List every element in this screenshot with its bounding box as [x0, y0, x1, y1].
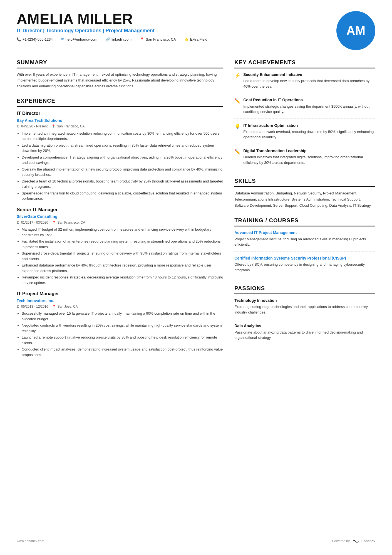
resume-page: AMELIA MILLER IT Director | Technology O… [0, 0, 392, 555]
skills-text: Database Administration, Budgeting, Netw… [234, 190, 375, 209]
list-item: Negotiated contracts with vendors result… [22, 323, 223, 334]
training-2-title: Certified Information Systems Security P… [234, 255, 375, 261]
job-1-bullets: Implemented an integrated network soluti… [17, 131, 223, 201]
job-2-company: SilverGate Consulting [17, 214, 223, 219]
job-2-title: Senior IT Manager [17, 206, 223, 213]
list-item: Supervised cross-departmental IT project… [22, 251, 223, 262]
passion-2-title: Data Analytics [234, 323, 375, 329]
job-3-company: Tech Innovators Inc. [17, 298, 223, 304]
achievement-1-text: Led a team to develop new security proto… [243, 78, 375, 89]
phone-text: +1-(234)-555-1234 [23, 37, 53, 42]
passion-2: Data Analytics Passionate about analyzin… [234, 323, 375, 344]
main-content: SUMMARY With over 8 years of experience … [17, 58, 375, 528]
left-column: SUMMARY With over 8 years of experience … [17, 58, 223, 528]
list-item: Developed a comprehensive IT strategy al… [22, 155, 223, 166]
training-2: Certified Information Systems Security P… [234, 255, 375, 277]
passion-2-text: Passionate about analyzing data patterns… [234, 330, 375, 341]
job-3-meta: 🗓 05/2013 - 12/2016 📍 San Jose, CA [17, 304, 223, 309]
job-2-period: 🗓 01/2017 - 03/2020 [17, 220, 48, 225]
job-2: Senior IT Manager SilverGate Consulting … [17, 206, 223, 285]
achievement-4-icon: ✏️ [234, 148, 240, 165]
candidate-title: IT Director | Technology Operations | Pr… [17, 27, 328, 34]
experience-title: EXPERIENCE [17, 97, 223, 107]
list-item: Spearheaded the transition to cloud comp… [22, 191, 223, 201]
achievement-3-text: Executed a network overhaul, reducing do… [243, 129, 375, 140]
training-1-title: Advanced IT Project Management [234, 230, 375, 235]
achievements-section: KEY ACHIEVEMENTS ⚡ Security Enhancement … [234, 58, 375, 169]
calendar-icon: 🗓 [17, 220, 20, 225]
footer-website: www.enhancv.com [17, 539, 44, 544]
achievement-2-text: Implemented strategic changes saving the… [243, 104, 375, 115]
job-1: IT Director Bay Area Tech Solutions 🗓 04… [17, 110, 223, 201]
summary-title: SUMMARY [17, 58, 223, 68]
location-pin-icon: 📍 [52, 220, 56, 225]
passion-1-text: Exploring cutting-edge technologies and … [234, 304, 375, 315]
job-3-period: 🗓 05/2013 - 12/2016 [17, 304, 48, 309]
candidate-name: AMELIA MILLER [17, 11, 328, 27]
achievement-2-content: Cost Reduction in IT Operations Implemen… [243, 97, 375, 114]
job-3-title: IT Project Manager [17, 290, 223, 297]
location-icon: 📍 [140, 37, 144, 42]
achievement-4-content: Digital Transformation Leadership Headed… [243, 148, 375, 165]
header-left: AMELIA MILLER IT Director | Technology O… [17, 11, 328, 43]
achievement-1-icon: ⚡ [234, 72, 240, 89]
right-column: KEY ACHIEVEMENTS ⚡ Security Enhancement … [234, 58, 375, 528]
extra-icon: ⭐ [184, 37, 189, 42]
achievement-3: 💡 IT Infrastructure Optimization Execute… [234, 123, 375, 144]
email-icon: ✉ [61, 37, 64, 42]
contact-linkedin: 🔗 linkedin.com [106, 37, 132, 42]
extra-text: Extra Field [190, 37, 207, 42]
skills-title: SKILLS [234, 177, 375, 187]
list-item: Launched a remote support initiative red… [22, 335, 223, 346]
passion-1-title: Technology Innovation [234, 298, 375, 303]
job-2-meta: 🗓 01/2017 - 03/2020 📍 San Francisco, CA [17, 220, 223, 225]
achievement-1-content: Security Enhancement Initiative Led a te… [243, 72, 375, 89]
achievement-2-title: Cost Reduction in IT Operations [243, 97, 375, 103]
location-text: San Francisco, CA [146, 37, 176, 42]
brand-logo-icon [351, 539, 360, 544]
achievement-4: ✏️ Digital Transformation Leadership Hea… [234, 148, 375, 169]
skills-section: SKILLS Database Administration, Budgetin… [234, 177, 375, 209]
list-item: Managed IT budget of $2 million, impleme… [22, 227, 223, 238]
job-1-title: IT Director [17, 110, 223, 117]
list-item: Successfully managed over 15 large-scale… [22, 311, 223, 322]
achievement-2: ✏️ Cost Reduction in IT Operations Imple… [234, 97, 375, 119]
contact-list: 📞 +1-(234)-555-1234 ✉ help@enhancv.com 🔗… [17, 37, 328, 43]
phone-icon: 📞 [17, 37, 21, 42]
achievement-1-title: Security Enhancement Initiative [243, 72, 375, 77]
list-item: Enhanced database performance by 40% thr… [22, 263, 223, 273]
contact-phone: 📞 +1-(234)-555-1234 [17, 37, 53, 42]
list-item: Revamped incident response strategies, d… [22, 275, 223, 285]
training-1-text: Project Management Institute, focusing o… [234, 236, 375, 247]
list-item: Implemented an integrated network soluti… [22, 131, 223, 142]
linkedin-text: linkedin.com [111, 37, 132, 42]
list-item: Facilitated the installation of an enter… [22, 239, 223, 250]
summary-section: SUMMARY With over 8 years of experience … [17, 58, 223, 89]
brand-name: Enhancv [361, 539, 375, 544]
email-text: help@enhancv.com [66, 37, 97, 42]
achievement-4-title: Digital Transformation Leadership [243, 148, 375, 154]
achievement-3-title: IT Infrastructure Optimization [243, 123, 375, 128]
list-item: Directed a team of 10 technical professi… [22, 179, 223, 189]
job-2-bullets: Managed IT budget of $2 million, impleme… [17, 227, 223, 285]
avatar: AM [336, 11, 375, 50]
job-1-period: 🗓 04/2020 - Present [17, 124, 48, 129]
job-3-bullets: Successfully managed over 15 large-scale… [17, 311, 223, 357]
job-1-company: Bay Area Tech Solutions [17, 118, 223, 123]
achievement-3-icon: 💡 [234, 123, 240, 140]
job-2-location: 📍 San Francisco, CA [52, 220, 85, 225]
summary-text: With over 8 years of experience in IT ma… [17, 72, 223, 89]
training-1: Advanced IT Project Management Project M… [234, 230, 375, 251]
list-item: Led a data migration project that stream… [22, 143, 223, 154]
achievement-4-text: Headed initiatives that integrated digit… [243, 154, 375, 165]
calendar-icon: 🗓 [17, 304, 20, 309]
job-1-location: 📍 San Francisco, CA [51, 124, 85, 129]
achievement-3-content: IT Infrastructure Optimization Executed … [243, 123, 375, 140]
linkedin-icon: 🔗 [106, 37, 110, 42]
footer-brand: Powered by Enhancv [332, 539, 375, 544]
achievements-title: KEY ACHIEVEMENTS [234, 58, 375, 68]
job-3-location: 📍 San Jose, CA [52, 304, 78, 309]
header: AMELIA MILLER IT Director | Technology O… [17, 11, 375, 50]
passions-section: PASSIONS Technology Innovation Exploring… [234, 284, 375, 344]
achievement-1: ⚡ Security Enhancement Initiative Led a … [234, 72, 375, 93]
